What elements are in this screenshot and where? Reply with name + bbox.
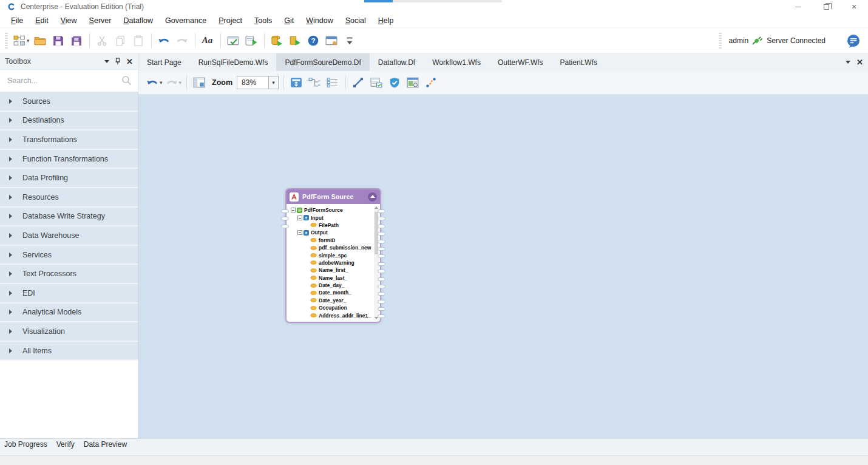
close-button[interactable]: × [840, 0, 868, 13]
minimize-button[interactable] [784, 0, 812, 13]
document-tab[interactable]: Patient.Wfs [552, 53, 606, 71]
node-port[interactable] [378, 225, 385, 228]
copy-button[interactable] [112, 32, 128, 49]
auto-layout-button[interactable] [288, 74, 304, 91]
tree-node-row[interactable]: Output [289, 229, 373, 236]
scroll-up-icon[interactable] [375, 206, 378, 209]
vertical-layout-button[interactable] [325, 74, 341, 91]
help-button[interactable]: ? [305, 32, 321, 49]
toolbox-category[interactable]: All Items [0, 342, 138, 361]
tree-node-row[interactable]: Date_year_ [289, 297, 373, 304]
document-tab[interactable]: PdfFormSoureDemo.Df [276, 53, 369, 71]
feedback-chat-button[interactable] [846, 33, 861, 48]
node-port[interactable] [281, 209, 289, 213]
tree-node-row[interactable]: PdfFormSource [289, 206, 373, 214]
node-port[interactable] [378, 285, 385, 288]
node-port[interactable] [378, 217, 385, 220]
job-monitor-button[interactable] [324, 32, 339, 49]
dataflow-canvas[interactable]: PdfForm Source PdfFormSource Input [138, 94, 868, 438]
restore-button[interactable] [812, 0, 840, 13]
menu-item[interactable]: Git [278, 15, 300, 27]
menu-item[interactable]: Dataflow [117, 15, 159, 27]
tree-node-row[interactable]: simple_spc [289, 251, 373, 259]
auto-connect-button[interactable] [423, 74, 439, 91]
node-port[interactable] [378, 240, 385, 243]
toolbox-category[interactable]: Resources [0, 188, 138, 208]
bottom-panel-tab[interactable]: Data Preview [83, 440, 128, 449]
node-port[interactable] [378, 232, 385, 236]
cut-button[interactable] [94, 32, 110, 49]
bottom-panel-tab[interactable]: Job Progress [3, 440, 49, 449]
tree-node-row[interactable]: Date_day_ [289, 282, 373, 289]
toolbox-category[interactable]: Data Profiling [0, 169, 138, 188]
verify-button[interactable] [225, 32, 241, 49]
node-port[interactable] [378, 307, 385, 311]
toolbar-grip[interactable] [719, 33, 722, 49]
node-port[interactable] [281, 225, 289, 228]
paste-button[interactable] [131, 32, 146, 49]
dropdown-caret-icon[interactable]: ▾ [160, 80, 163, 86]
close-panel-button[interactable]: ✕ [126, 58, 133, 66]
pin-panel-button[interactable] [115, 58, 121, 65]
collapse-node-button[interactable] [368, 192, 377, 202]
tree-node-row[interactable]: Address_addr_line1_ [289, 311, 373, 319]
horizontal-layout-button[interactable] [307, 74, 322, 91]
redo-button[interactable] [174, 32, 190, 49]
undo-button[interactable] [156, 32, 172, 49]
toolbox-category[interactable]: Analytical Models [0, 304, 138, 323]
save-button[interactable] [50, 32, 66, 49]
node-port[interactable] [378, 254, 385, 258]
toolbox-category[interactable]: Transformations [0, 131, 138, 150]
toolbar-overflow-button[interactable] [342, 32, 358, 49]
tree-node-row[interactable]: pdf_submission_new [289, 244, 373, 251]
document-tab[interactable]: Start Page [138, 53, 190, 71]
node-port[interactable] [378, 314, 385, 318]
toolbox-category[interactable]: Text Processors [0, 265, 138, 284]
dropdown-caret-icon[interactable]: ▾ [27, 38, 30, 44]
menu-item[interactable]: Window [300, 15, 339, 27]
close-document-button[interactable]: ✕ [856, 58, 863, 66]
toolbox-category[interactable]: EDI [0, 284, 138, 304]
menu-item[interactable]: File [5, 15, 29, 27]
toolbox-category[interactable]: Visualization [0, 322, 138, 342]
job-schedule-button[interactable] [368, 74, 384, 91]
tree-node-row[interactable]: Input [289, 214, 373, 221]
redo-button[interactable]: ▾ [165, 74, 182, 91]
tree-expander-icon[interactable] [297, 230, 302, 235]
node-port[interactable] [378, 277, 385, 281]
toolbox-category[interactable]: Services [0, 246, 138, 265]
bottom-panel-tab[interactable]: Verify [55, 440, 76, 449]
menu-item[interactable]: Social [339, 15, 372, 27]
toolbox-category[interactable]: Database Write Strategy [0, 208, 138, 227]
tree-node-row[interactable]: formID [289, 237, 373, 244]
zoom-value-box[interactable]: 83% [237, 76, 268, 89]
tree-expander-icon[interactable] [297, 216, 302, 220]
menu-item[interactable]: View [55, 15, 83, 27]
menu-item[interactable]: Project [212, 15, 248, 27]
menu-item[interactable]: Help [372, 15, 400, 27]
start-dataflow-button[interactable] [243, 32, 259, 49]
link-nodes-button[interactable] [350, 74, 366, 91]
new-document-button[interactable]: ▾ [13, 32, 30, 49]
layout-options-button[interactable] [191, 74, 207, 91]
node-port[interactable] [378, 270, 385, 273]
tab-list-dropdown-button[interactable] [846, 61, 850, 64]
node-port[interactable] [378, 292, 385, 296]
dropdown-caret-icon[interactable]: ▾ [179, 80, 182, 86]
node-port[interactable] [378, 262, 385, 266]
document-tab[interactable]: RunSqlFileDemo.Wfs [190, 53, 277, 71]
node-port[interactable] [281, 217, 289, 220]
undo-button[interactable]: ▾ [146, 74, 163, 91]
tree-node-row[interactable]: adobeWarning [289, 259, 373, 266]
tree-node-row[interactable]: Date_month_ [289, 289, 373, 296]
tree-node-row[interactable]: Occupation [289, 304, 373, 311]
tree-node-row[interactable]: Name_last_ [289, 274, 373, 282]
toolbox-menu-button[interactable] [104, 60, 109, 63]
open-button[interactable] [32, 32, 48, 49]
data-quality-button[interactable] [387, 74, 402, 91]
toolbox-category[interactable]: Sources [0, 92, 138, 112]
tree-expander-icon[interactable] [291, 208, 296, 212]
node-port[interactable] [378, 300, 385, 304]
node-header[interactable]: PdfForm Source [287, 189, 380, 204]
tree-node-row[interactable]: FilePath [289, 222, 373, 229]
